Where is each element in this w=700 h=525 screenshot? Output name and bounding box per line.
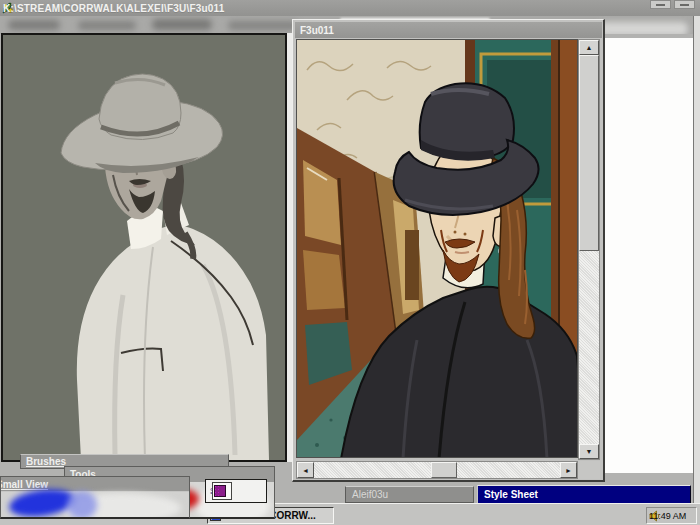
desktop: K:\STREAM\CORRWALK\ALEXEI\F3U\F3u011 [0, 0, 700, 525]
background-window-edge [693, 16, 700, 503]
background-window [601, 38, 694, 473]
right-arrow-icon: ► [565, 467, 572, 474]
brushes-palette-title: Brushes [26, 456, 66, 467]
scroll-down-button[interactable]: ▼ [579, 444, 599, 459]
colorized-portrait-image [297, 40, 578, 458]
main-titlebar[interactable]: K:\STREAM\CORRWALK\ALEXEI\F3U\F3u011 [0, 0, 700, 16]
scroll-right-button[interactable]: ► [560, 462, 577, 478]
small-view-title: Small View [1, 479, 48, 490]
style-sheet-title: Style Sheet [484, 489, 538, 500]
aleif03u-titlebar[interactable]: Aleif03u [345, 486, 474, 503]
down-arrow-icon: ▼ [586, 448, 593, 455]
f3u011-titlebar[interactable]: F3u011 [295, 22, 602, 38]
f3u011-title: F3u011 [300, 25, 334, 36]
main-window-title: K:\STREAM\CORRWALK\ALEXEI\F3U\F3u011 [3, 3, 225, 14]
pattern-dots-icon [214, 485, 219, 497]
vertical-scroll-thumb[interactable] [579, 55, 599, 251]
horizontal-scrollbar[interactable]: ◄ ► [296, 461, 578, 479]
f3u011-window[interactable]: F3u011 [292, 19, 605, 482]
horizontal-scroll-thumb[interactable] [431, 462, 457, 478]
maximize-button[interactable] [674, 0, 695, 9]
swatch-button[interactable] [212, 482, 232, 500]
system-tray: 11:49 AM [646, 507, 697, 524]
blue-brush-streak [67, 491, 97, 519]
scroll-left-button[interactable]: ◄ [297, 462, 314, 478]
small-view-palette[interactable]: Small View [0, 476, 190, 519]
left-arrow-icon: ◄ [302, 467, 309, 474]
scrollbar-corner [578, 461, 600, 479]
clock[interactable]: 11:49 AM [649, 511, 686, 521]
aleif03u-title: Aleif03u [352, 489, 388, 500]
f3u011-canvas[interactable] [296, 39, 578, 458]
edit-mini-toolbar: ✂ [205, 479, 267, 503]
vertical-scrollbar[interactable]: ▲ ▼ [578, 39, 600, 460]
grayscale-image-window[interactable] [1, 33, 287, 462]
style-sheet-titlebar[interactable]: Style Sheet [477, 485, 691, 504]
grayscale-portrait-image [3, 35, 285, 460]
scroll-up-button[interactable]: ▲ [579, 40, 599, 55]
small-view-titlebar[interactable]: Small View [1, 477, 189, 492]
minimize-button[interactable] [650, 0, 671, 9]
up-arrow-icon: ▲ [586, 44, 593, 51]
